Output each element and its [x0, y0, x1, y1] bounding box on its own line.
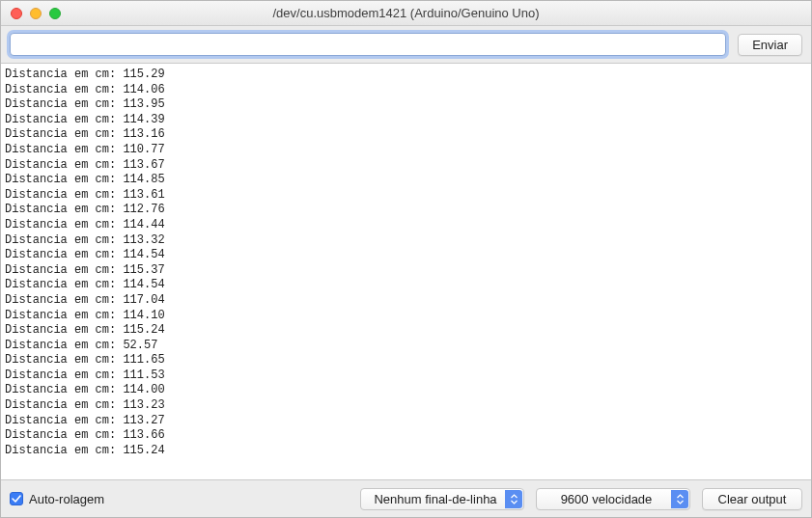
- serial-output-area[interactable]: Distancia em cm: 115.29 Distancia em cm:…: [1, 63, 811, 480]
- updown-icon: [505, 490, 522, 508]
- serial-send-input[interactable]: [10, 33, 726, 56]
- titlebar[interactable]: /dev/cu.usbmodem1421 (Arduino/Genuino Un…: [1, 1, 811, 26]
- line-ending-select[interactable]: Nenhum final-de-linha: [360, 488, 524, 510]
- clear-output-button[interactable]: Clear output: [702, 488, 802, 510]
- send-button[interactable]: Enviar: [738, 34, 802, 56]
- autoscroll-checkbox[interactable]: Auto-rolagem: [10, 492, 104, 506]
- line-ending-value: Nenhum final-de-linha: [374, 492, 496, 506]
- autoscroll-label: Auto-rolagem: [29, 492, 104, 506]
- baud-rate-select[interactable]: 9600 velocidade: [536, 488, 690, 510]
- bottombar: Auto-rolagem Nenhum final-de-linha 9600 …: [1, 480, 811, 517]
- serial-monitor-window: /dev/cu.usbmodem1421 (Arduino/Genuino Un…: [0, 0, 812, 518]
- toolbar: Enviar: [1, 26, 811, 63]
- close-icon[interactable]: [11, 8, 22, 19]
- window-title: /dev/cu.usbmodem1421 (Arduino/Genuino Un…: [1, 6, 811, 20]
- minimize-icon[interactable]: [30, 8, 42, 19]
- updown-icon: [671, 490, 688, 508]
- traffic-lights: [1, 8, 61, 19]
- maximize-icon[interactable]: [49, 8, 61, 19]
- check-icon: [10, 492, 23, 505]
- baud-rate-value: 9600 velocidade: [561, 492, 653, 506]
